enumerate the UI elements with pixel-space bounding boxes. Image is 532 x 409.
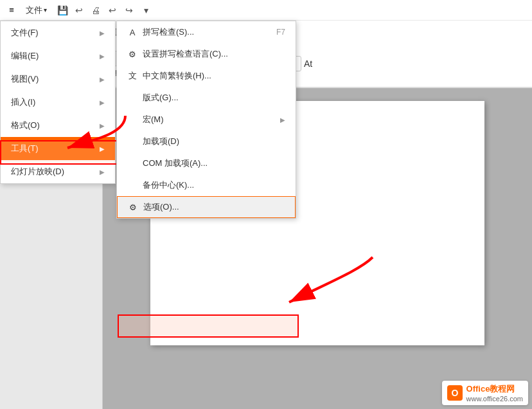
tab-insert[interactable]: 插入 bbox=[37, 23, 69, 41]
section-button[interactable]: 📋 节▾ bbox=[137, 46, 165, 83]
tab-start[interactable]: 开始 bbox=[5, 23, 37, 41]
menu-bar-left: ≡ 文件 ▾ 💾 ↩ 🖨 ↩ ↪ bbox=[3, 1, 154, 19]
tab-slideshow-label: 幻灯片放映 bbox=[173, 26, 215, 38]
format-buttons-row: B I U S A X² X₂ 文 bbox=[177, 73, 312, 87]
slide-number: 2 bbox=[5, 93, 9, 101]
ribbon-area: ≡ 文件 ▾ 💾 ↩ 🖨 ↩ ↪ bbox=[0, 0, 532, 88]
ribbon-content: 从当前开始 ⊞ 新建幻灯片 ▦ 版式▾ 📋 节▾ ↺ 重置 bbox=[0, 41, 532, 87]
tab-review[interactable]: 审阅 bbox=[223, 23, 255, 41]
play-from-current-button[interactable]: 从当前开始 bbox=[9, 46, 52, 83]
new-slide-label: 新建幻灯片 bbox=[67, 68, 103, 78]
tab-transitions-label: 切换 bbox=[109, 26, 126, 38]
new-slide-button[interactable]: ⊞ 新建幻灯片 bbox=[64, 46, 106, 83]
bold-button[interactable]: B bbox=[177, 73, 188, 87]
office-logo-icon: O bbox=[447, 385, 463, 401]
canvas-area bbox=[103, 88, 532, 409]
reset-button[interactable]: ↺ 重置 bbox=[177, 41, 209, 55]
tab-design[interactable]: 设计 bbox=[69, 23, 102, 41]
play-label: 从当前开始 bbox=[13, 71, 48, 80]
formatting-group: ↺ 重置 0 At B I U S A X² X₂ 文 bbox=[173, 44, 316, 85]
watermark-text: Office教程网 www.office26.com bbox=[466, 383, 523, 403]
char-spacing-button[interactable]: 文 bbox=[269, 73, 282, 87]
superscript-button[interactable]: X² bbox=[238, 73, 251, 87]
reset-row: ↺ 重置 bbox=[177, 41, 312, 55]
toolbar-icons: 💾 ↩ 🖨 ↩ ↪ ▾ bbox=[55, 3, 154, 18]
watermark-url: www.office26.com bbox=[466, 395, 523, 403]
subscript-button[interactable]: X₂ bbox=[253, 73, 267, 87]
reset-icon: ↺ bbox=[181, 43, 188, 53]
play-triangle-icon bbox=[28, 53, 35, 64]
underline-button[interactable]: U bbox=[199, 73, 210, 87]
save-icon-btn[interactable]: 💾 bbox=[55, 3, 70, 18]
redo-icon-btn[interactable]: ↪ bbox=[121, 3, 137, 18]
layout-icon: ▦ bbox=[112, 51, 130, 66]
new-slide-group: ⊞ 新建幻灯片 ▦ 版式▾ 📋 节▾ bbox=[62, 44, 168, 85]
menu-bar: ≡ 文件 ▾ 💾 ↩ 🖨 ↩ ↪ bbox=[0, 0, 532, 21]
file-label: 文件 bbox=[26, 5, 42, 16]
more-icon: ▾ bbox=[144, 5, 148, 15]
font-color-button[interactable]: A bbox=[225, 73, 236, 87]
reset-label: 重置 bbox=[190, 42, 206, 53]
redo-icon: ↪ bbox=[125, 5, 133, 15]
slide-thumb[interactable]: 2 bbox=[15, 91, 100, 149]
play-group: 从当前开始 bbox=[5, 44, 57, 85]
main-area: 2 bbox=[0, 88, 532, 409]
tab-design-label: 设计 bbox=[77, 26, 94, 38]
font-size-field[interactable]: 0 bbox=[269, 56, 301, 71]
layout-button[interactable]: ▦ 版式▾ bbox=[107, 46, 136, 83]
save-icon: 💾 bbox=[57, 5, 68, 15]
strikethrough-button[interactable]: S bbox=[212, 73, 223, 87]
section-icon: 📋 bbox=[142, 51, 160, 66]
hamburger-icon: ≡ bbox=[9, 5, 14, 15]
print-icon-btn[interactable]: 🖨 bbox=[88, 3, 103, 18]
section-label: 节▾ bbox=[146, 68, 157, 78]
new-slide-icon: ⊞ bbox=[76, 51, 94, 66]
tab-start-label: 开始 bbox=[13, 26, 30, 38]
svg-text:O: O bbox=[451, 388, 458, 398]
ribbon-tabs: 开始 插入 设计 切换 动画 幻灯片放映 审阅 bbox=[0, 21, 532, 41]
file-menu-button[interactable]: 文件 ▾ bbox=[22, 1, 51, 19]
tab-slideshow[interactable]: 幻灯片放映 bbox=[166, 23, 223, 41]
tab-animations-label: 动画 bbox=[141, 26, 158, 38]
undo2-icon: ↩ bbox=[109, 5, 116, 15]
undo-icon: ↩ bbox=[75, 5, 83, 15]
play-icon bbox=[21, 48, 41, 69]
print-icon: 🖨 bbox=[91, 5, 100, 15]
watermark-title: Office教程网 bbox=[466, 383, 523, 395]
font-size-value: 0 bbox=[272, 59, 277, 68]
layout-label: 版式▾ bbox=[112, 68, 130, 78]
more-icon-btn[interactable]: ▾ bbox=[138, 3, 154, 18]
slide-canvas bbox=[150, 101, 484, 345]
slide-panel: 2 bbox=[0, 88, 103, 409]
italic-button[interactable]: I bbox=[190, 73, 197, 87]
at-text: At bbox=[304, 59, 312, 69]
tab-review-label: 审阅 bbox=[231, 26, 247, 38]
font-row: 0 At bbox=[177, 56, 312, 71]
watermark: O Office教程网 www.office26.com bbox=[442, 381, 528, 405]
undo-icon-btn[interactable]: ↩ bbox=[71, 3, 87, 18]
undo2-icon-btn[interactable]: ↩ bbox=[105, 3, 120, 18]
tab-insert-label: 插入 bbox=[45, 26, 62, 38]
tab-animations[interactable]: 动画 bbox=[134, 23, 166, 41]
tab-transitions[interactable]: 切换 bbox=[102, 23, 134, 41]
hamburger-button[interactable]: ≡ bbox=[3, 1, 21, 19]
dropdown-arrow: ▾ bbox=[44, 6, 47, 14]
font-field[interactable] bbox=[177, 56, 267, 71]
